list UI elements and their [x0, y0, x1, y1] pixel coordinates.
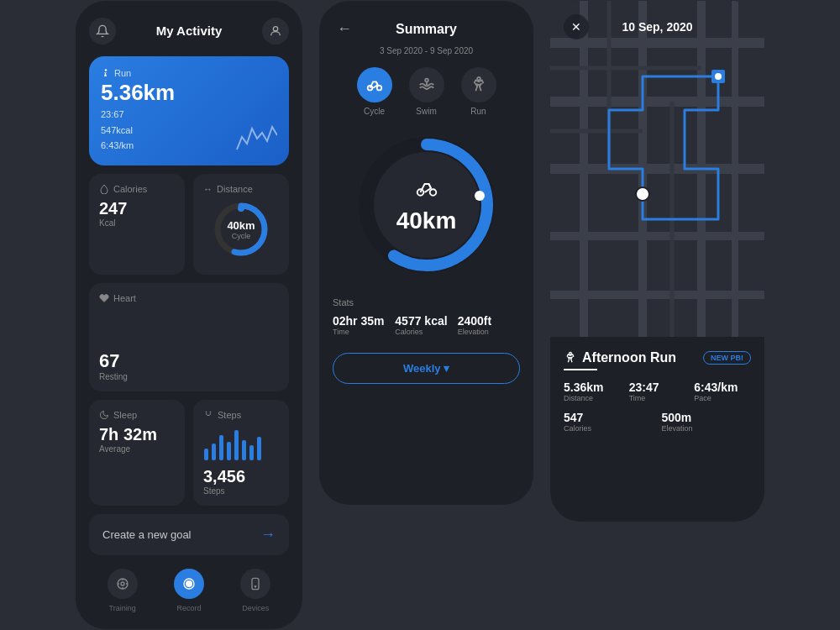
- run-detail-title: Afternoon Run: [564, 350, 676, 365]
- heart-resting: 67 Resting: [99, 350, 279, 381]
- svg-point-1: [105, 69, 108, 71]
- svg-point-5: [206, 412, 207, 412]
- stat-calories-detail: 547 Calories: [564, 411, 654, 433]
- pb-badge: NEW PB!: [703, 351, 751, 365]
- heart-label: Heart: [99, 293, 279, 303]
- bottom-nav: Training Record Devices: [89, 569, 289, 612]
- svg-point-26: [429, 189, 436, 196]
- record-label: Record: [176, 604, 201, 612]
- run-distance: 5.36km: [101, 81, 227, 103]
- run-card[interactable]: Run 5.36km 23:67 547kcal 6:43/km: [89, 56, 289, 165]
- back-button[interactable]: ←: [333, 18, 356, 41]
- stat-calories: 4577 kcal Calories: [395, 314, 457, 336]
- stat-time-detail: 23:47 Time: [629, 381, 686, 402]
- heart-card: Heart 67 Resting: [89, 283, 289, 391]
- stat-time-detail-label: Time: [629, 394, 686, 402]
- tab-cycle[interactable]: Cycle: [357, 67, 392, 116]
- steps-label: Steps: [203, 410, 279, 420]
- phone-activity: My Activity Run 5.36km 23:67 547kcal 6:4…: [76, 1, 302, 629]
- stats-label: Stats: [333, 297, 520, 307]
- distance-card: ↔ Distance 40km Cycle: [193, 174, 289, 275]
- map-date: 10 Sep, 2020: [622, 20, 692, 34]
- stat-cal-detail-label: Calories: [564, 424, 654, 433]
- stat-elevation-label: Elevation: [458, 328, 520, 336]
- devices-icon[interactable]: [240, 569, 270, 599]
- svg-point-41: [636, 187, 649, 201]
- map-area: ✕ 10 Sep, 2020: [550, 1, 764, 337]
- divider: [564, 369, 597, 370]
- calories-unit: Kcal: [99, 218, 175, 228]
- goal-text: Create a new goal: [102, 528, 192, 541]
- sleep-steps-row: Sleep 7h 32m Average Steps: [89, 400, 289, 506]
- stat-calories-label: Calories: [395, 328, 457, 336]
- run-stats: 23:67 547kcal 6:43/km: [101, 107, 227, 154]
- tab-run[interactable]: Run: [461, 67, 496, 116]
- svg-point-0: [273, 27, 277, 31]
- stat-dist-value: 5.36km: [564, 381, 621, 394]
- stats-row: 02hr 35m Time 4577 kcal Calories 2400ft …: [333, 314, 520, 336]
- nav-training[interactable]: Training: [108, 569, 138, 612]
- swim-label: Swim: [416, 107, 436, 116]
- record-icon[interactable]: [174, 569, 204, 599]
- map-header: ✕ 10 Sep, 2020: [550, 14, 764, 39]
- calories-distance-row: Calories 247 Kcal ↔ Distance: [89, 174, 289, 275]
- nav-devices[interactable]: Devices: [240, 569, 270, 612]
- summary-header: ← Summary: [333, 18, 520, 41]
- calories-card: Calories 247 Kcal: [89, 174, 185, 275]
- activity-header: My Activity: [89, 18, 289, 45]
- calories-value: 247: [99, 199, 175, 218]
- stat-elev-detail-value: 500m: [662, 411, 752, 424]
- svg-point-18: [376, 86, 381, 91]
- big-donut-center: 40km: [396, 176, 457, 234]
- tab-swim[interactable]: Swim: [409, 67, 444, 116]
- map-close-button[interactable]: ✕: [564, 14, 589, 39]
- svg-point-24: [475, 191, 485, 201]
- steps-bars: [203, 427, 279, 460]
- svg-rect-15: [252, 578, 259, 589]
- summary-title-group: Summary: [396, 22, 457, 37]
- distance-donut: 40km Cycle: [203, 201, 279, 258]
- bell-icon-btn[interactable]: [89, 18, 116, 45]
- svg-point-19: [425, 79, 428, 82]
- run-label: Run: [101, 68, 227, 78]
- steps-card: Steps 3,456 Steps: [193, 400, 289, 506]
- heart-bars: [99, 310, 279, 344]
- create-goal-button[interactable]: Create a new goal →: [89, 514, 289, 555]
- goal-arrow-icon: →: [260, 526, 276, 543]
- calories-label: Calories: [99, 184, 175, 194]
- stat-time-value: 02hr 35m: [333, 314, 395, 328]
- activity-title: My Activity: [156, 24, 223, 38]
- detail-stats-top: 5.36km Distance 23:47 Time 6:43/km Pace: [564, 381, 751, 402]
- stat-pace: 6:43/km Pace: [694, 381, 751, 402]
- stat-dist-label: Distance: [564, 394, 621, 402]
- cycle-label: Cycle: [364, 107, 385, 116]
- training-icon[interactable]: [108, 569, 138, 599]
- run-card-right: [235, 68, 277, 154]
- steps-value: 3,456: [203, 467, 279, 486]
- stat-pace-value: 6:43/km: [694, 381, 751, 394]
- stat-elevation-value: 2400ft: [458, 314, 520, 328]
- stat-distance: 5.36km Distance: [564, 381, 621, 402]
- svg-point-6: [210, 412, 211, 412]
- svg-point-20: [477, 77, 480, 81]
- cycle-icon: [357, 67, 392, 102]
- sleep-value: 7h 32m: [99, 425, 175, 444]
- distance-label: ↔ Distance: [203, 184, 279, 194]
- nav-record[interactable]: Record: [174, 569, 204, 612]
- weekly-button[interactable]: Weekly ▾: [333, 353, 520, 384]
- user-icon-btn[interactable]: [262, 18, 289, 45]
- stat-pace-label: Pace: [694, 394, 751, 402]
- stat-elev-detail-label: Elevation: [662, 424, 752, 433]
- stat-time-detail-value: 23:47: [629, 381, 686, 394]
- run-icon-tab: [461, 67, 496, 102]
- stat-cal-detail-value: 547: [564, 411, 654, 424]
- stat-elevation: 2400ft Elevation: [458, 314, 520, 336]
- svg-point-16: [255, 586, 256, 587]
- svg-point-44: [570, 352, 572, 354]
- svg-point-4: [238, 205, 244, 212]
- summary-date: 3 Sep 2020 - 9 Sep 2020: [333, 46, 520, 55]
- sleep-sub: Average: [99, 444, 175, 454]
- svg-point-8: [121, 582, 124, 585]
- svg-point-43: [715, 73, 722, 80]
- swim-icon: [409, 67, 444, 102]
